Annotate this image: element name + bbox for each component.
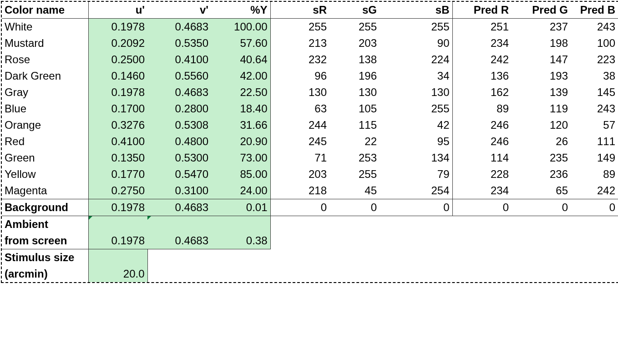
cell-pr[interactable]: 234 [452, 35, 512, 51]
cell-y[interactable] [211, 216, 270, 233]
cell-v[interactable] [147, 216, 211, 233]
hdr-colorname[interactable]: Color name [2, 2, 88, 19]
hdr-sg[interactable]: sG [329, 2, 380, 19]
cell-v[interactable]: 0.4683 [147, 84, 211, 101]
cell-empty[interactable] [329, 266, 380, 282]
cell-sr[interactable]: 71 [270, 150, 329, 166]
cell-sr[interactable]: 96 [270, 68, 329, 84]
cell-v[interactable]: 0.5470 [147, 166, 211, 182]
cell-sb[interactable]: 224 [380, 51, 452, 68]
cell-empty[interactable] [571, 233, 618, 249]
cell-u[interactable]: 0.2500 [88, 51, 147, 68]
cell-sr[interactable]: 255 [270, 19, 329, 35]
cell-sr[interactable]: 0 [270, 199, 329, 216]
cell-pg[interactable]: 65 [512, 182, 571, 199]
cell-pr[interactable]: 228 [452, 166, 512, 182]
cell-empty[interactable] [452, 216, 512, 233]
cell-y[interactable]: 0.38 [211, 233, 270, 249]
cell-colorname[interactable]: from screen [2, 233, 88, 249]
cell-pg[interactable]: 198 [512, 35, 571, 51]
cell-pr[interactable]: 136 [452, 68, 512, 84]
cell-y[interactable]: 18.40 [211, 101, 270, 117]
cell-sg[interactable]: 255 [329, 19, 380, 35]
cell-empty[interactable] [512, 266, 571, 282]
cell-v[interactable]: 0.5560 [147, 68, 211, 84]
cell-pg[interactable]: 147 [512, 51, 571, 68]
cell-pr[interactable]: 234 [452, 182, 512, 199]
cell-sb[interactable]: 95 [380, 133, 452, 150]
cell-sr[interactable]: 244 [270, 117, 329, 133]
cell-colorname[interactable]: Red [2, 133, 88, 150]
cell-colorname[interactable]: Orange [2, 117, 88, 133]
cell-empty[interactable] [211, 249, 270, 266]
cell-sb[interactable]: 134 [380, 150, 452, 166]
hdr-sr[interactable]: sR [270, 2, 329, 19]
cell-sg[interactable]: 253 [329, 150, 380, 166]
cell-y[interactable]: 0.01 [211, 199, 270, 216]
cell-y[interactable]: 57.60 [211, 35, 270, 51]
cell-v[interactable]: 0.4800 [147, 133, 211, 150]
cell-sg[interactable]: 105 [329, 101, 380, 117]
cell-u[interactable]: 0.1978 [88, 199, 147, 216]
cell-sg[interactable]: 45 [329, 182, 380, 199]
cell-empty[interactable] [329, 233, 380, 249]
cell-pg[interactable]: 235 [512, 150, 571, 166]
hdr-pg[interactable]: Pred G [512, 2, 571, 19]
cell-empty[interactable] [329, 249, 380, 266]
cell-pg[interactable]: 237 [512, 19, 571, 35]
cell-y[interactable]: 73.00 [211, 150, 270, 166]
cell-sg[interactable]: 196 [329, 68, 380, 84]
hdr-sb[interactable]: sB [380, 2, 452, 19]
cell-pg[interactable]: 0 [512, 199, 571, 216]
cell-y[interactable]: 20.90 [211, 133, 270, 150]
cell-empty[interactable] [147, 266, 211, 282]
cell-y[interactable]: 22.50 [211, 84, 270, 101]
cell-colorname[interactable]: Blue [2, 101, 88, 117]
hdr-pb[interactable]: Pred B [571, 2, 618, 19]
cell-u[interactable]: 0.4100 [88, 133, 147, 150]
cell-u[interactable]: 0.1770 [88, 166, 147, 182]
cell-pg[interactable]: 139 [512, 84, 571, 101]
cell-pb[interactable]: 242 [571, 182, 618, 199]
cell-y[interactable]: 85.00 [211, 166, 270, 182]
cell-empty[interactable] [571, 266, 618, 282]
cell-colorname[interactable]: Ambient [2, 216, 88, 233]
cell-colorname[interactable]: Magenta [2, 182, 88, 199]
cell-sg[interactable]: 115 [329, 117, 380, 133]
cell-empty[interactable] [211, 266, 270, 282]
hdr-y[interactable]: %Y [211, 2, 270, 19]
cell-sb[interactable]: 254 [380, 182, 452, 199]
cell-pb[interactable]: 111 [571, 133, 618, 150]
cell-pb[interactable]: 89 [571, 166, 618, 182]
cell-sb[interactable]: 90 [380, 35, 452, 51]
cell-u[interactable]: 0.3276 [88, 117, 147, 133]
cell-sg[interactable]: 130 [329, 84, 380, 101]
cell-sr[interactable]: 203 [270, 166, 329, 182]
cell-empty[interactable] [571, 249, 618, 266]
cell-empty[interactable] [380, 216, 452, 233]
cell-sr[interactable]: 63 [270, 101, 329, 117]
cell-empty[interactable] [512, 233, 571, 249]
cell-colorname[interactable]: Yellow [2, 166, 88, 182]
hdr-v[interactable]: v' [147, 2, 211, 19]
cell-empty[interactable] [270, 233, 329, 249]
cell-pb[interactable]: 243 [571, 19, 618, 35]
cell-pr[interactable]: 251 [452, 19, 512, 35]
cell-colorname[interactable]: Green [2, 150, 88, 166]
cell-v[interactable]: 0.5300 [147, 150, 211, 166]
cell-u[interactable]: 0.1978 [88, 19, 147, 35]
cell-pr[interactable]: 246 [452, 133, 512, 150]
cell-colorname[interactable]: Dark Green [2, 68, 88, 84]
cell-colorname[interactable]: Rose [2, 51, 88, 68]
cell-pr[interactable]: 0 [452, 199, 512, 216]
cell-pb[interactable]: 38 [571, 68, 618, 84]
cell-sg[interactable]: 22 [329, 133, 380, 150]
cell-empty[interactable] [270, 249, 329, 266]
hdr-pr[interactable]: Pred R [452, 2, 512, 19]
cell-colorname[interactable]: Mustard [2, 35, 88, 51]
cell-pr[interactable]: 114 [452, 150, 512, 166]
cell-pb[interactable]: 0 [571, 199, 618, 216]
cell-val[interactable] [88, 249, 147, 266]
cell-sg[interactable]: 0 [329, 199, 380, 216]
cell-pb[interactable]: 57 [571, 117, 618, 133]
